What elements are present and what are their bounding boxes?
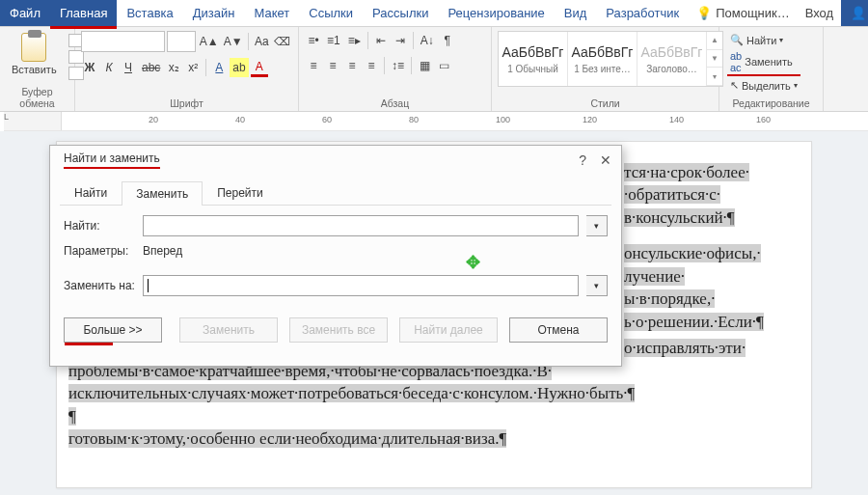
cursor-icon: ↖: [730, 79, 739, 92]
replace-action-button[interactable]: Заменить: [179, 317, 278, 343]
line-spacing-icon[interactable]: ↕≡: [389, 56, 407, 75]
multilevel-icon[interactable]: ≡▸: [345, 31, 364, 50]
borders-icon[interactable]: ▭: [435, 56, 452, 75]
replace-input[interactable]: [143, 275, 579, 296]
underline-button[interactable]: Ч: [120, 58, 137, 77]
group-font: A▲ A▼ Aa ⌫ Ж К Ч abc x₂ x² A ab A Шрифт: [75, 27, 299, 111]
login-button[interactable]: Вход: [798, 0, 841, 26]
style-name-3: Заголово…: [646, 64, 697, 74]
bullets-icon[interactable]: ≡•: [305, 31, 322, 50]
params-label: Параметры:: [64, 244, 135, 258]
doc-text[interactable]: в·консульский·¶: [624, 208, 735, 227]
font-name-box[interactable]: [81, 31, 165, 52]
share-button[interactable]: 👤 Общий доступ: [841, 0, 868, 26]
replace-dropdown-icon[interactable]: ▾: [586, 275, 608, 296]
find-next-button[interactable]: Найти далее: [399, 317, 498, 343]
strike-button[interactable]: abc: [139, 58, 163, 77]
tab-file[interactable]: Файл: [0, 0, 50, 26]
replace-button[interactable]: abac Заменить: [727, 49, 800, 76]
replace-label: Заменить: [745, 56, 792, 68]
align-right-icon[interactable]: ≡: [343, 56, 361, 75]
tab-review[interactable]: Рецензирование: [438, 0, 554, 26]
dialog-tab-goto[interactable]: Перейти: [203, 180, 278, 205]
shading-icon[interactable]: ▦: [416, 56, 433, 75]
ruler-mark: 100: [496, 115, 510, 124]
find-label: Найти:: [64, 219, 135, 233]
styles-gallery[interactable]: АаБбВвГг 1 Обычный АаБбВвГг 1 Без инте… …: [498, 31, 723, 87]
doc-text[interactable]: тся·на·срок·более·: [624, 163, 749, 181]
doc-text[interactable]: ¶: [68, 407, 76, 426]
doc-text[interactable]: ·обратиться·с·: [624, 185, 720, 204]
cancel-button[interactable]: Отмена: [509, 317, 608, 343]
dialog-body: Найти: ▾ Параметры: Вперед Заменить на: …: [50, 206, 621, 310]
tab-design[interactable]: Дизайн: [183, 0, 245, 26]
dialog-button-row: Больше >> Заменить Заменить все Найти да…: [50, 310, 621, 350]
tab-insert[interactable]: Вставка: [117, 0, 182, 26]
doc-text[interactable]: готовым·к·этому,·особенно если·необходим…: [68, 429, 506, 448]
doc-text[interactable]: лучение·: [624, 267, 685, 286]
chevron-down-icon: ▾: [794, 81, 798, 90]
help-button[interactable]: ?: [579, 152, 586, 168]
highlight-icon[interactable]: ab: [230, 58, 248, 77]
font-size-box[interactable]: [167, 31, 196, 52]
group-paragraph: ≡• ≡1 ≡▸ ⇤ ⇥ A↓ ¶ ≡ ≡ ≡ ≡ ↕≡ ▦ ▭: [299, 27, 492, 111]
tab-home[interactable]: Главная: [50, 0, 117, 26]
doc-text[interactable]: ь·о·решении.·Если·¶: [624, 313, 764, 331]
text-effects-icon[interactable]: A: [210, 58, 228, 77]
show-marks-icon[interactable]: ¶: [439, 31, 456, 50]
find-dropdown-icon[interactable]: ▾: [586, 215, 608, 236]
sort-icon[interactable]: A↓: [418, 31, 437, 50]
dialog-tab-replace[interactable]: Заменить: [122, 181, 203, 206]
more-button[interactable]: Больше >>: [64, 317, 162, 343]
clear-format-icon[interactable]: ⌫: [273, 32, 293, 51]
subscript-button[interactable]: x₂: [165, 58, 182, 77]
italic-button[interactable]: К: [100, 58, 118, 77]
params-value: Вперед: [143, 244, 182, 258]
ruler-mark: 60: [322, 115, 332, 124]
tell-me[interactable]: 💡 Помощник…: [689, 0, 798, 26]
font-color-icon[interactable]: A: [251, 58, 268, 77]
ruler-mark: 120: [583, 115, 597, 124]
dialog-titlebar[interactable]: Найти и заменить ? ✕: [50, 146, 621, 175]
tab-references[interactable]: Ссылки: [299, 0, 363, 26]
doc-text[interactable]: ы·в·порядке,·: [624, 289, 715, 308]
dialog-title: Найти и заменить: [64, 151, 160, 169]
numbering-icon[interactable]: ≡1: [324, 31, 343, 50]
select-label: Выделить: [742, 80, 791, 92]
bold-button[interactable]: Ж: [81, 58, 98, 77]
paste-button[interactable]: Вставить: [6, 31, 63, 75]
horizontal-ruler[interactable]: L 20 40 60 80 100 120 140 160: [4, 112, 868, 131]
style-heading1[interactable]: АаБбВвГг Заголово…: [637, 32, 707, 86]
align-center-icon[interactable]: ≡: [324, 56, 341, 75]
dialog-tab-find[interactable]: Найти: [60, 180, 122, 205]
indent-icon[interactable]: ⇥: [392, 31, 409, 50]
doc-text[interactable]: о·исправлять·эти·: [624, 339, 746, 357]
justify-icon[interactable]: ≡: [363, 56, 380, 75]
style-normal[interactable]: АаБбВвГг 1 Обычный: [499, 32, 568, 86]
chevron-down-icon: ▾: [779, 36, 783, 44]
replace-all-button[interactable]: Заменить все: [289, 317, 388, 343]
tab-layout[interactable]: Макет: [244, 0, 299, 26]
find-button[interactable]: 🔍 Найти ▾: [727, 33, 800, 47]
doc-text[interactable]: исключительных·случаях·может·потребовать…: [68, 384, 635, 402]
align-left-icon[interactable]: ≡: [305, 56, 322, 75]
style-nospacing[interactable]: АаБбВвГг 1 Без инте…: [568, 32, 637, 86]
doc-text[interactable]: онсульские·офисы,·: [624, 244, 761, 262]
select-button[interactable]: ↖ Выделить ▾: [727, 78, 800, 93]
find-input[interactable]: [143, 215, 579, 236]
move-cursor-icon: ✥: [466, 252, 480, 273]
change-case-icon[interactable]: Aa: [253, 32, 271, 51]
tab-view[interactable]: Вид: [555, 0, 597, 26]
outdent-icon[interactable]: ⇤: [372, 31, 390, 50]
tab-developer[interactable]: Разработчик: [596, 0, 689, 26]
style-sample: АаБбВвГг: [572, 44, 634, 60]
group-editing: 🔍 Найти ▾ abac Заменить ↖ Выделить ▾ Ред…: [719, 27, 824, 111]
find-replace-dialog: Найти и заменить ? ✕ Найти Заменить Пере…: [49, 145, 622, 367]
ruler-mark: 20: [149, 115, 158, 124]
tab-mailings[interactable]: Рассылки: [363, 0, 438, 26]
grow-font-icon[interactable]: A▲: [198, 32, 220, 51]
close-icon[interactable]: ✕: [600, 152, 611, 168]
shrink-font-icon[interactable]: A▼: [222, 32, 244, 51]
group-editing-label: Редактирование: [725, 96, 817, 109]
superscript-button[interactable]: x²: [184, 58, 202, 77]
